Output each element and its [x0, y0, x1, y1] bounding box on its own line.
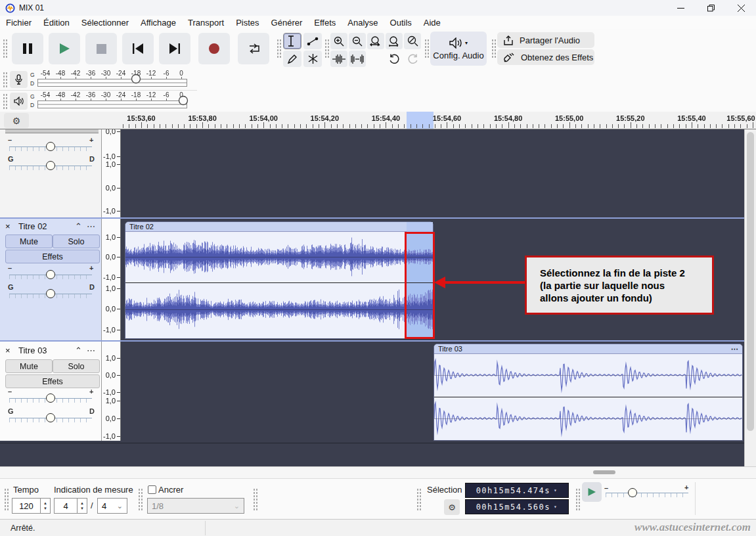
draw-tool-button[interactable] — [283, 51, 301, 67]
play-at-speed-button[interactable] — [582, 482, 602, 502]
close-button[interactable] — [726, 0, 756, 16]
timeline-ruler[interactable] — [0, 112, 756, 129]
track3-title[interactable]: Titre 03 — [18, 346, 47, 355]
spin-down-icon[interactable]: ▼ — [43, 506, 47, 511]
trim-audio-button[interactable] — [330, 51, 347, 67]
snap-select[interactable]: 1/8⌄ — [147, 498, 244, 514]
record-meter[interactable] — [36, 70, 192, 89]
track1-vertical-ruler[interactable] — [102, 129, 121, 217]
horizontal-scrollbar-thumb[interactable] — [593, 470, 615, 474]
record-meter-mic-button[interactable] — [10, 71, 28, 88]
tools-grip[interactable] — [277, 39, 282, 58]
get-effects-button[interactable]: Obtenez des Effets — [497, 49, 594, 65]
pause-button[interactable] — [12, 33, 43, 64]
selection-grip[interactable] — [416, 488, 422, 512]
menu-item-selectionner[interactable]: Sélectionner — [76, 18, 135, 28]
time-signature-spinner[interactable]: ▲▼ — [78, 498, 87, 514]
play-meter-grip[interactable] — [3, 93, 8, 109]
skip-to-start-button[interactable] — [122, 33, 154, 64]
spin-up-icon[interactable]: ▲ — [43, 501, 47, 506]
selection-end-field[interactable]: 00h15m54.560s▾ — [465, 499, 569, 514]
track3-gain-thumb[interactable] — [46, 393, 55, 403]
time-signature-lower-select[interactable]: 4⌄ — [97, 498, 127, 514]
track3-mute-button[interactable]: Mute — [5, 359, 53, 373]
menu-item-pistes[interactable]: Pistes — [230, 18, 265, 28]
track1-pan-thumb[interactable] — [46, 161, 55, 170]
menu-item-generer[interactable]: Générer — [265, 18, 309, 28]
track3-solo-button[interactable]: Solo — [53, 359, 100, 373]
transport-grip[interactable] — [3, 39, 8, 58]
track2-gain-thumb[interactable] — [46, 270, 55, 279]
audio-setup-button[interactable]: ▾ Config. Audio — [430, 32, 487, 66]
menu-item-edition[interactable]: Édition — [37, 18, 76, 28]
track3-effects-button[interactable]: Effets — [5, 374, 100, 388]
zoom-selection-button[interactable] — [367, 33, 384, 49]
play-meter-speaker-button[interactable] — [10, 93, 28, 110]
skip-to-end-button[interactable] — [159, 33, 190, 64]
tempo-spinner[interactable]: ▲▼ — [41, 498, 51, 514]
menu-item-fichier[interactable]: Fichier — [0, 18, 37, 28]
track1-control-panel[interactable]: – + G D — [0, 129, 102, 217]
vertical-scrollbar[interactable] — [744, 129, 756, 466]
menu-item-aide[interactable]: Aide — [418, 18, 447, 28]
play-speed-slider[interactable] — [606, 493, 688, 497]
zoom-in-button[interactable] — [330, 33, 347, 49]
share-audio-button[interactable]: Partager l'Audio — [497, 32, 594, 48]
vertical-scrollbar-thumb[interactable] — [747, 132, 754, 431]
play-button[interactable] — [49, 33, 80, 64]
playback-meter[interactable] — [36, 91, 192, 111]
track3-pan-thumb[interactable] — [46, 413, 55, 422]
minimize-button[interactable] — [665, 0, 696, 16]
selection-start-field[interactable]: 00h15m54.474s▾ — [465, 483, 569, 498]
timeline-options-button[interactable]: ⚙ — [4, 113, 29, 128]
spin-down-icon[interactable]: ▼ — [80, 506, 84, 511]
track2-title[interactable]: Titre 02 — [18, 221, 47, 231]
zoom-out-button[interactable] — [349, 33, 366, 49]
menu-item-affichage[interactable]: Affichage — [135, 18, 182, 28]
track3-waveform[interactable] — [434, 353, 742, 440]
track2-pan-thumb[interactable] — [46, 289, 55, 298]
undo-button[interactable] — [386, 51, 403, 67]
menu-item-outils[interactable]: Outils — [384, 18, 418, 28]
track3-control-panel[interactable]: × Titre 03 ⌃ ⋯ Mute Solo Effets – + G D — [0, 342, 102, 441]
track2-mute-button[interactable]: Mute — [5, 234, 53, 248]
track2-solo-button[interactable]: Solo — [53, 234, 100, 248]
menu-item-analyse[interactable]: Analyse — [342, 18, 384, 28]
edit-grip[interactable] — [324, 39, 330, 58]
horizontal-scrollbar[interactable] — [0, 466, 756, 478]
redo-button[interactable] — [404, 51, 421, 67]
track2-control-panel[interactable]: × Titre 02 ⌃ ⋯ Mute Solo Effets – + G D — [0, 219, 102, 340]
audio-setup-grip[interactable] — [424, 39, 430, 58]
track2-waveform[interactable] — [125, 231, 433, 338]
track3-menu-button[interactable]: ⋯ — [87, 346, 95, 355]
silence-audio-button[interactable] — [349, 51, 366, 67]
track3-close-button[interactable]: × — [5, 346, 11, 355]
spin-up-icon[interactable]: ▲ — [80, 501, 84, 506]
track2-menu-button[interactable]: ⋯ — [87, 221, 95, 231]
track3-clip-menu-icon[interactable]: ⋯ — [731, 345, 738, 353]
track2-collapse-button[interactable]: ⌃ — [75, 221, 82, 231]
menu-item-transport[interactable]: Transport — [182, 18, 230, 28]
play-at-speed-grip[interactable] — [575, 488, 581, 512]
play-speed-thumb[interactable] — [628, 488, 637, 497]
restore-button[interactable] — [696, 0, 726, 16]
share-grip[interactable] — [491, 39, 497, 58]
selection-tool-button[interactable] — [283, 33, 301, 49]
track2-effects-button[interactable]: Effets — [5, 250, 100, 263]
snap-grip[interactable] — [138, 488, 143, 512]
track1-effects-button-partial[interactable] — [5, 129, 99, 133]
menu-item-effets[interactable]: Effets — [308, 18, 342, 28]
record-meter-grip[interactable] — [3, 72, 8, 87]
track2-close-button[interactable]: × — [5, 221, 11, 231]
record-button[interactable] — [198, 33, 230, 64]
tempo-input[interactable]: 120 — [12, 498, 41, 514]
time-signature-upper-input[interactable]: 4 — [54, 498, 78, 514]
track3-collapse-button[interactable]: ⌃ — [75, 346, 82, 355]
stop-button[interactable] — [85, 33, 117, 64]
loop-button[interactable] — [238, 33, 269, 64]
zoom-toggle-button[interactable] — [404, 33, 421, 49]
envelope-tool-button[interactable] — [303, 33, 322, 49]
time-grip[interactable] — [253, 488, 258, 512]
track3-clip-header[interactable]: Titre 03 ⋯ — [434, 344, 742, 354]
track1-gain-thumb[interactable] — [46, 142, 55, 151]
